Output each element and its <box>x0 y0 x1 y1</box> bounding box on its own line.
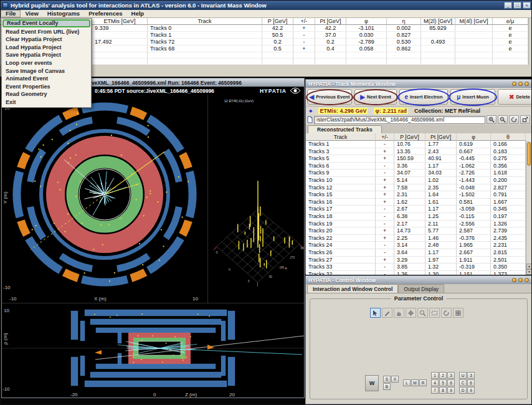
zoom-in-icon[interactable] <box>487 115 496 124</box>
scroll-down-button[interactable]: ▼ <box>526 269 531 275</box>
table-row[interactable]: Tracks 27 + 3.29 1.97 1.911 2.501 <box>306 257 531 264</box>
column-header[interactable]: θ <box>491 133 526 141</box>
table-row[interactable]: Tracks 10 + 5.14 1.02 -1.443 0.200 <box>306 177 531 184</box>
minimize-button[interactable]: _ <box>504 2 512 9</box>
rotate-icon[interactable] <box>441 308 452 318</box>
keypad-button[interactable]: X <box>391 376 399 383</box>
keypad-button[interactable]: R <box>419 379 427 386</box>
menu-item[interactable]: File <box>1 10 21 17</box>
column-header[interactable]: ETMis [GeV] <box>92 18 148 25</box>
column-header[interactable]: +/- <box>293 18 315 25</box>
keypad-button[interactable]: M <box>411 379 419 386</box>
keypad-button[interactable]: U <box>459 372 467 379</box>
refresh-icon[interactable] <box>509 115 519 124</box>
table-row[interactable]: Tracks 18 - 6.38 1.25 -0.115 0.197 <box>306 213 531 221</box>
keypad-button[interactable]: 9 <box>467 387 475 394</box>
close-button[interactable] <box>525 82 529 86</box>
maximize-button[interactable] <box>518 278 523 282</box>
table-scrollbar[interactable] <box>528 18 532 65</box>
column-header[interactable]: P [GeV] <box>394 133 425 141</box>
column-header[interactable]: φ <box>346 18 387 25</box>
table-row[interactable]: Tracks 1 - 10.76 1.77 0.619 0.166 <box>306 141 531 148</box>
scrollbar-thumb[interactable] <box>527 142 531 166</box>
keypad-button[interactable]: S <box>383 376 391 383</box>
maximize-button[interactable] <box>518 82 523 86</box>
grid-icon[interactable] <box>453 308 463 318</box>
toolbar-button[interactable]: e Insert Electron <box>399 89 448 105</box>
detector-end-view[interactable]: 10 Y (m) -10 -10 X (m) 10 <box>2 95 207 303</box>
file-menu-item[interactable]: Read Event Locally <box>2 19 90 27</box>
digit-button[interactable]: 5 <box>439 379 447 386</box>
marquee-icon[interactable] <box>429 308 440 318</box>
table-row[interactable]: Tracks 22 + 2.25 1.46 -0.376 2.435 <box>306 235 531 242</box>
pointer-icon[interactable] <box>370 308 381 318</box>
column-header[interactable]: φ <box>457 133 491 141</box>
keypad-button[interactable]: D <box>459 387 467 394</box>
detector-side-view[interactable]: 10 ρ (m) -10 -20 0 Z (m) 20 <box>2 303 304 398</box>
pencil-icon[interactable] <box>382 308 392 318</box>
file-path-field[interactable]: isterClass/zpath/Mus/JiveXML_166466_4650… <box>314 116 485 124</box>
tab-interaction-window-control[interactable]: Interaction and Window Control <box>307 284 398 293</box>
column-header[interactable]: P [GeV] <box>262 18 293 25</box>
file-menu-item[interactable]: Save Image of Canvas <box>2 67 90 75</box>
menu-item[interactable]: Histograms <box>43 10 84 17</box>
digit-button[interactable]: 2 <box>439 372 447 379</box>
file-menu-item[interactable]: Exit <box>2 98 90 107</box>
w-button[interactable]: W <box>365 375 379 391</box>
scroll-up-button[interactable]: ▲ <box>526 264 531 269</box>
digit-button[interactable]: 1 <box>431 372 439 379</box>
table-row[interactable]: Tracks 32 - 1.36 1.30 1.151 1.373 <box>306 271 531 275</box>
file-menu-item[interactable]: Read Geometry <box>2 90 90 98</box>
tab-output-display[interactable]: Output Display <box>398 284 444 293</box>
table-row[interactable]: Tracks 12 + 7.58 2.35 -0.048 2.827 <box>306 184 531 192</box>
keypad-button[interactable]: 3 <box>467 372 475 379</box>
file-menu-item[interactable]: Load Hypatia Project <box>2 44 90 52</box>
vertical-scrollbar[interactable]: ▲ ▼ <box>526 141 531 275</box>
column-header[interactable]: Track <box>306 133 376 141</box>
keypad-button[interactable]: L <box>403 379 411 386</box>
column-header[interactable]: Pt [GeV] <box>425 133 457 141</box>
toolbar-button[interactable]: ▶ Next Event <box>354 89 397 105</box>
digit-button[interactable]: 4 <box>431 379 439 386</box>
toolbar-button[interactable]: μ Insert Muon <box>450 89 495 105</box>
file-menu-item[interactable]: Save Hypatia Project <box>2 51 90 59</box>
file-menu-item[interactable]: Read Event From URL (live) <box>2 28 90 36</box>
table-row[interactable]: Tracks 15 + 2.31 1.64 -1.502 0.791 <box>306 191 531 199</box>
lego-plot[interactable]: 12 ET/R(.01) (GeV) 90180270360-55ηφ <box>207 95 304 303</box>
menu-item[interactable]: Preferences <box>84 10 126 17</box>
table-row[interactable]: Tracks 9 - 34.07 34.03 -2.726 1.618 <box>306 169 531 177</box>
crosshair-icon[interactable] <box>406 308 416 318</box>
menu-item[interactable]: Help <box>127 10 149 17</box>
maximize-button[interactable]: □ <box>513 2 521 9</box>
tab-reconstructed-tracks[interactable]: Reconstructed Tracks <box>308 125 382 133</box>
table-row[interactable]: Tracks 3 + 13.35 2.43 0.667 0.183 <box>306 148 531 156</box>
file-menu-item[interactable]: Event Properties <box>2 83 90 91</box>
file-menu-item[interactable]: Clear Hypatia Project <box>2 36 90 44</box>
column-header[interactable]: Track <box>148 18 262 25</box>
table-row[interactable]: Tracks 17 - 2.67 1.17 -3.059 0.345 <box>306 206 531 213</box>
digit-button[interactable]: 8 <box>439 387 447 394</box>
table-row[interactable]: Tracks 16 + 1.62 1.61 0.581 1.667 <box>306 199 531 206</box>
zoom-out-icon[interactable] <box>498 115 508 124</box>
table-row[interactable]: Tracks 20 + 14.73 5.77 2.587 2.739 <box>306 227 531 235</box>
table-row[interactable]: Tracks 5 + 150.59 40.91 -0.445 0.275 <box>306 155 531 163</box>
column-header[interactable]: e/μ <box>493 18 528 25</box>
track-window-titlebar[interactable]: HYPATIA - Track Momenta Window <box>306 80 531 88</box>
keypad-button[interactable]: C <box>459 379 467 386</box>
table-row[interactable]: Tracks 26 - 3.64 1.17 2.667 2.815 <box>306 249 531 257</box>
table-row[interactable]: Tracks 19 - 2.17 2.11 -2.556 1.326 <box>306 221 531 228</box>
table-row[interactable]: Tracks 6 - 3.36 1.17 -1.062 0.356 <box>306 163 531 170</box>
keypad-button[interactable]: 6 <box>467 379 475 386</box>
external-window-icon[interactable] <box>520 115 530 124</box>
menu-item[interactable]: View <box>21 10 42 17</box>
table-row[interactable]: Tracks 33 - 3.85 1.32 -0.319 0.350 <box>306 264 531 271</box>
file-menu-item[interactable]: Loop over events <box>2 59 90 67</box>
keypad-button[interactable]: B <box>383 383 391 390</box>
digit-button[interactable]: 9 <box>447 387 455 394</box>
digit-button[interactable]: 6 <box>447 379 455 386</box>
close-button[interactable]: × <box>523 2 531 9</box>
hand-icon[interactable] <box>394 308 404 318</box>
toolbar-button[interactable]: ◀ Previous Event <box>307 89 352 105</box>
column-header[interactable]: Pt [GeV] <box>315 18 346 25</box>
digit-button[interactable]: 3 <box>447 372 455 379</box>
